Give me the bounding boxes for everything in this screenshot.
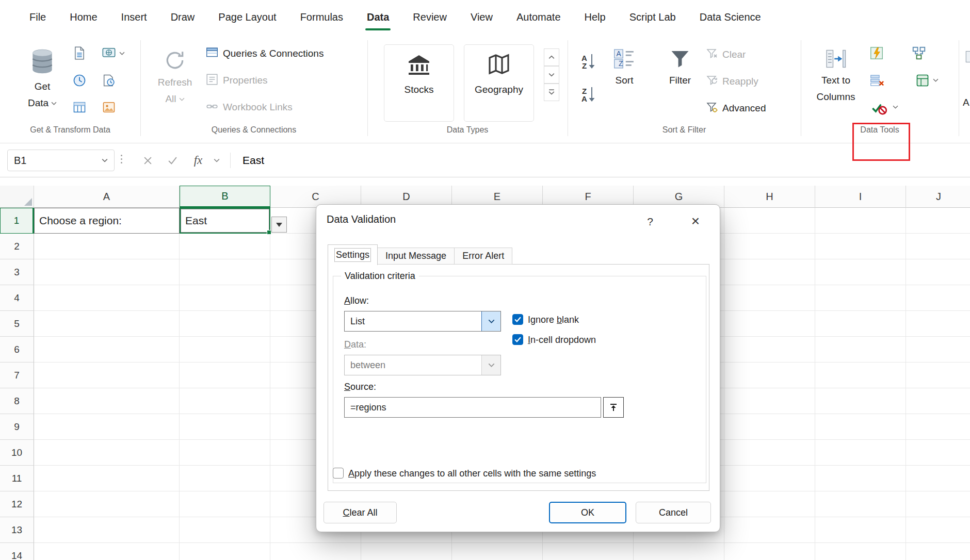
sort-ascending-button[interactable]: AZ (575, 47, 602, 76)
stocks-data-type[interactable]: Stocks (384, 44, 454, 122)
row-header-2[interactable]: 2 (0, 234, 34, 259)
gallery-scroll-up-button[interactable] (544, 48, 559, 66)
recent-sources-icon[interactable] (70, 71, 89, 90)
clear-all-button[interactable]: Clear All (324, 502, 397, 523)
ignore-blank-label[interactable]: Ignore blank (528, 315, 579, 325)
apply-to-all-label[interactable]: Apply these changes to all other cells w… (348, 468, 596, 479)
column-header-j[interactable]: J (906, 186, 970, 208)
text-to-columns-button[interactable]: Text to Columns (810, 40, 862, 129)
chevron-down-icon[interactable] (209, 150, 224, 171)
ignore-blank-checkbox[interactable] (512, 314, 523, 325)
menu-tab-data-science[interactable]: Data Science (688, 0, 773, 34)
column-header-h[interactable]: H (724, 186, 815, 208)
row-header-9[interactable]: 9 (0, 414, 34, 440)
menu-tab-home[interactable]: Home (58, 0, 109, 34)
menu-tab-automate[interactable]: Automate (505, 0, 573, 34)
allow-dropdown[interactable]: List (344, 311, 501, 332)
from-text-csv-icon[interactable] (70, 44, 89, 62)
row-header-8[interactable]: 8 (0, 388, 34, 414)
in-cell-dropdown-button[interactable] (271, 217, 287, 233)
tab-input-message[interactable]: Input Message (378, 248, 455, 265)
chevron-down-icon[interactable] (893, 105, 898, 109)
menu-tab-data[interactable]: Data (355, 0, 401, 34)
tab-settings[interactable]: Settings (328, 244, 378, 265)
cancel-button[interactable]: Cancel (636, 502, 711, 523)
queries-connections-button[interactable]: Queries & Connections (205, 44, 324, 63)
in-cell-dropdown-label[interactable]: In-cell dropdown (528, 335, 596, 345)
row-header-11[interactable]: 11 (0, 466, 34, 491)
menu-tab-insert[interactable]: Insert (109, 0, 159, 34)
row-header-6[interactable]: 6 (0, 337, 34, 363)
chevron-down-icon[interactable] (933, 78, 939, 82)
sort-dialog-icon: AZ (613, 47, 636, 72)
formula-bar-grip-icon[interactable] (121, 155, 122, 163)
up-arrow-to-bar-icon (608, 402, 619, 413)
workbook-links-button[interactable]: Workbook Links (205, 98, 293, 117)
name-box[interactable]: B1 (7, 150, 115, 171)
from-web-icon[interactable] (100, 44, 118, 62)
cell-b1-active[interactable]: East (180, 208, 270, 234)
insert-function-button[interactable]: fx (188, 150, 208, 171)
formula-bar-divider (230, 153, 231, 168)
properties-button[interactable]: Properties (205, 71, 268, 90)
geography-data-type[interactable]: Geography (464, 44, 534, 122)
filter-button[interactable]: Filter (660, 40, 700, 129)
row-header-1[interactable]: 1 (0, 208, 34, 234)
advanced-filter-button[interactable]: Advanced (706, 99, 766, 118)
fill-handle[interactable] (267, 230, 271, 235)
row-header-3[interactable]: 3 (0, 259, 34, 285)
confirm-entry-button[interactable] (162, 150, 183, 171)
sort-descending-button[interactable]: ZA (575, 80, 602, 109)
row-header-12[interactable]: 12 (0, 491, 34, 517)
in-cell-dropdown-checkbox[interactable] (512, 334, 523, 345)
chevron-down-icon[interactable] (481, 311, 500, 331)
formula-bar-content[interactable]: East (242, 143, 264, 177)
menu-tab-view[interactable]: View (459, 0, 505, 34)
dialog-help-button[interactable]: ? (640, 212, 660, 232)
menu-tab-formulas[interactable]: Formulas (288, 0, 355, 34)
apply-to-all-checkbox[interactable] (333, 468, 344, 479)
row-header-5[interactable]: 5 (0, 311, 34, 337)
from-table-icon[interactable] (70, 98, 89, 117)
refresh-all-button[interactable]: Refresh All (155, 40, 195, 129)
consolidate-icon[interactable] (910, 44, 928, 62)
row-header-4[interactable]: 4 (0, 285, 34, 311)
row-header-13[interactable]: 13 (0, 517, 34, 543)
formula-bar: B1 fx East (0, 143, 970, 177)
reapply-filter-button[interactable]: Reapply (706, 72, 758, 91)
cell-a1[interactable]: Choose a region: (34, 208, 180, 234)
ok-button[interactable]: OK (549, 502, 626, 523)
select-all-button[interactable] (0, 186, 34, 208)
column-header-b[interactable]: B (180, 186, 270, 208)
tab-error-alert[interactable]: Error Alert (455, 248, 512, 265)
remove-duplicates-icon[interactable] (867, 71, 886, 90)
menu-tab-page-layout[interactable]: Page Layout (206, 0, 288, 34)
chevron-down-icon[interactable] (102, 158, 108, 162)
menu-tab-file[interactable]: File (18, 0, 58, 34)
from-picture-icon[interactable] (100, 98, 118, 117)
data-validation-icon[interactable] (870, 98, 888, 117)
row-header-10[interactable]: 10 (0, 440, 34, 466)
column-header-i[interactable]: I (815, 186, 906, 208)
data-model-icon[interactable] (913, 71, 932, 90)
row-header-14[interactable]: 14 (0, 543, 34, 560)
menu-tab-script-lab[interactable]: Script Lab (618, 0, 688, 34)
sort-button[interactable]: AZ Sort (603, 40, 645, 129)
menu-tab-review[interactable]: Review (401, 0, 459, 34)
gallery-scroll-down-button[interactable] (544, 66, 559, 84)
range-select-button[interactable] (603, 397, 624, 418)
gallery-more-button[interactable] (544, 84, 559, 101)
source-input[interactable]: =regions (344, 397, 601, 418)
row-header-7[interactable]: 7 (0, 363, 34, 388)
cancel-entry-button[interactable] (137, 150, 158, 171)
chevron-down-icon[interactable] (119, 52, 125, 55)
dialog-close-button[interactable]: × (684, 211, 707, 232)
column-header-a[interactable]: A (34, 186, 180, 208)
menu-tab-help[interactable]: Help (573, 0, 618, 34)
flash-fill-icon[interactable] (867, 44, 886, 62)
get-data-button[interactable]: Get Data (15, 40, 69, 129)
menu-tab-draw[interactable]: Draw (159, 0, 207, 34)
ribbon: Get Data Get & Transform Data Refresh Al… (0, 34, 970, 143)
existing-connections-icon[interactable] (100, 71, 118, 90)
clear-filter-button[interactable]: Clear (706, 45, 746, 64)
